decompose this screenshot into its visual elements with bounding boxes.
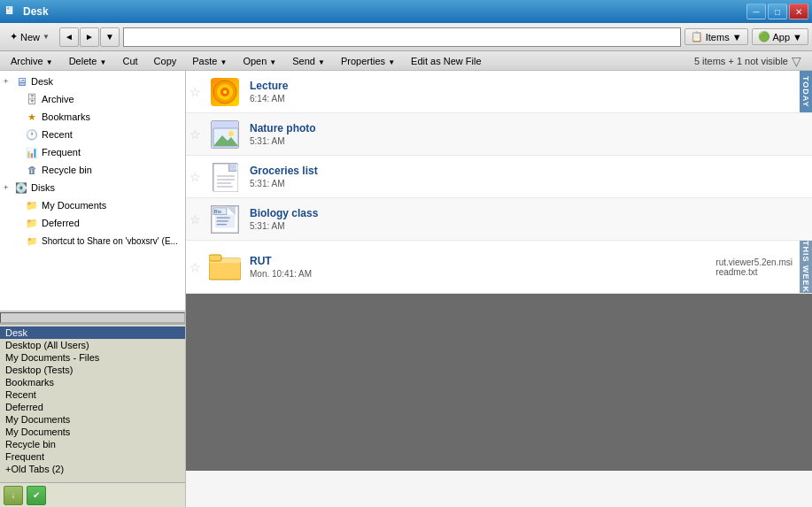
sidebar-hscroll[interactable] <box>0 311 185 323</box>
toolbar: ✦ New ▼ ◄ ► ▼ 📋 Items ▼ 🟢 App ▼ <box>0 23 812 51</box>
menu-send[interactable]: Send ▼ <box>285 54 332 68</box>
sidebar-item-shortcut[interactable]: 📁 Shortcut to Share on 'vboxsrv' (E... <box>0 232 185 250</box>
menu-copy[interactable]: Copy <box>147 54 184 68</box>
icon-col-groceries <box>204 156 246 197</box>
file-row-naturephoto[interactable]: ☆ Nature photo 5:31: AM <box>186 113 812 156</box>
sidebar-btn-2[interactable]: ✔ <box>27 486 46 505</box>
info-col-biology: Biology class 5:31: AM <box>246 198 785 240</box>
disk-icon: 💽 <box>14 181 28 195</box>
items-button[interactable]: 📋 Items ▼ <box>684 28 748 45</box>
icon-col-naturephoto <box>204 113 246 155</box>
list-item-bookmarks[interactable]: Bookmarks <box>0 376 185 388</box>
menu-edit-new-file[interactable]: Edit as New File <box>404 54 488 68</box>
list-item-oldtabs[interactable]: +Old Tabs (2) <box>0 463 185 475</box>
file-list: ☆ Lecture 6:14: AM Today ☆ <box>186 71 812 294</box>
star-groceries[interactable]: ☆ <box>186 156 204 197</box>
spacer-col3 <box>800 198 812 240</box>
sidebar-item-recent[interactable]: 🕐 Recent <box>0 126 185 143</box>
rut-extra1: rut.viewer5.2en.msi <box>715 257 793 267</box>
address-bar[interactable] <box>123 27 681 47</box>
list-item-mydoc1[interactable]: My Documents <box>0 413 185 426</box>
minimize-button[interactable]: ─ <box>746 4 766 19</box>
menu-delete[interactable]: Delete ▼ <box>62 54 114 68</box>
maximize-button[interactable]: □ <box>768 4 787 19</box>
svg-rect-24 <box>209 255 221 261</box>
file-extra-groceries <box>785 156 800 197</box>
hscrollbar-thumb[interactable] <box>0 312 185 323</box>
sidebar-item-mydocuments[interactable]: 📁 My Documents <box>0 196 185 214</box>
spacer-col <box>800 113 812 155</box>
photo-icon <box>211 120 239 149</box>
menu-cut[interactable]: Cut <box>115 54 144 68</box>
star-rut[interactable]: ☆ <box>186 241 204 293</box>
info-col-groceries: Groceries list 5:31: AM <box>246 156 785 197</box>
file-row-groceries[interactable]: ☆ Groceries list <box>186 156 812 198</box>
icon-col-rut <box>204 241 246 293</box>
sidebar: + 🖥 Desk 🗄 Archive ★ Bookmarks 🕐 Recent <box>0 71 186 507</box>
file-name-groceries: Groceries list <box>250 165 782 177</box>
mydoc-icon: 📁 <box>25 198 39 212</box>
list-item-mydoc2[interactable]: My Documents <box>0 426 185 438</box>
file-row-lecture[interactable]: ☆ Lecture 6:14: AM Today <box>186 71 812 113</box>
star-lecture[interactable]: ☆ <box>186 71 204 112</box>
sidebar-item-bookmarks[interactable]: ★ Bookmarks <box>0 108 185 126</box>
list-item-desktop-tests[interactable]: Desktop (Tests) <box>0 364 185 376</box>
info-col-lecture: Lecture 6:14: AM <box>246 71 785 112</box>
star-biology[interactable]: ☆ <box>186 198 204 240</box>
sidebar-item-recycle-bin[interactable]: 🗑 Recycle bin <box>0 161 185 179</box>
sidebar-item-archive[interactable]: 🗄 Archive <box>0 90 185 108</box>
dropdown-button[interactable]: ▼ <box>100 27 120 47</box>
file-row-rut[interactable]: ☆ RUT Mon. 10:41: AM rut.viewer5.2en.msi… <box>186 241 812 294</box>
app-icon-btn: 🟢 <box>758 31 770 42</box>
sidebar-item-deferred[interactable]: 📁 Deferred <box>0 214 185 232</box>
new-button[interactable]: ✦ New ▼ <box>4 28 56 45</box>
disks-expand-icon: + <box>4 183 14 192</box>
svg-rect-8 <box>213 164 238 192</box>
sidebar-item-frequent[interactable]: 📊 Frequent <box>0 143 185 161</box>
expand-icon: + <box>4 77 14 86</box>
info-col-naturephoto: Nature photo 5:31: AM <box>246 113 785 155</box>
section-today-label: Today <box>800 71 812 112</box>
sidebar-item-desk[interactable]: + 🖥 Desk <box>0 73 185 90</box>
frequent-icon: 📊 <box>25 145 39 159</box>
file-time-groceries: 5:31: AM <box>250 179 782 188</box>
list-item-deferred[interactable]: Deferred <box>0 401 185 413</box>
list-item-mydoc-files[interactable]: My Documents - Files <box>0 351 185 364</box>
back-button[interactable]: ◄ <box>59 27 79 47</box>
recent-icon: 🕐 <box>25 127 39 142</box>
list-item-recent[interactable]: Recent <box>0 388 185 401</box>
sidebar-list: Desk Desktop (All Users) My Documents - … <box>0 323 185 482</box>
new-dropdown-arrow: ▼ <box>43 33 50 41</box>
biology-icon: Bio <box>211 205 239 234</box>
list-item-recycle[interactable]: Recycle bin <box>0 438 185 450</box>
file-row-biology[interactable]: ☆ Bio <box>186 198 812 241</box>
list-item-desktop-all[interactable]: Desktop (All Users) <box>0 339 185 351</box>
sidebar-btn-1[interactable]: ↓ <box>4 486 23 505</box>
svg-point-6 <box>228 131 234 136</box>
close-button[interactable]: ✕ <box>789 4 808 19</box>
new-icon: ✦ <box>10 31 18 42</box>
file-name-lecture: Lecture <box>250 80 782 92</box>
menu-bar: Archive ▼ Delete ▼ Cut Copy Paste ▼ Open… <box>0 51 812 71</box>
forward-button[interactable]: ► <box>80 27 99 47</box>
menu-archive[interactable]: Archive ▼ <box>4 54 60 68</box>
sidebar-tree: + 🖥 Desk 🗄 Archive ★ Bookmarks 🕐 Recent <box>0 71 185 311</box>
file-name-naturephoto: Nature photo <box>250 122 782 134</box>
menu-properties[interactable]: Properties ▼ <box>334 54 402 68</box>
menu-paste[interactable]: Paste ▼ <box>185 54 234 68</box>
rut-extra2: readme.txt <box>715 267 793 277</box>
file-extra-rut: rut.viewer5.2en.msi readme.txt <box>708 241 800 293</box>
star-naturephoto[interactable]: ☆ <box>186 113 204 155</box>
items-icon: 📋 <box>691 31 703 42</box>
file-extra-naturephoto <box>785 113 800 155</box>
list-item-desk[interactable]: Desk <box>0 326 185 339</box>
file-name-biology: Biology class <box>250 207 782 219</box>
app-button[interactable]: 🟢 App ▼ <box>752 28 808 45</box>
list-item-frequent[interactable]: Frequent <box>0 450 185 463</box>
sidebar-item-disks[interactable]: + 💽 Disks <box>0 179 185 196</box>
nav-buttons: ◄ ► ▼ <box>59 27 120 47</box>
lecture-icon <box>211 78 239 106</box>
title-bar: 🖥 Desk ─ □ ✕ <box>0 0 812 23</box>
shortcut-icon: 📁 <box>25 234 39 248</box>
menu-open[interactable]: Open ▼ <box>236 54 283 68</box>
